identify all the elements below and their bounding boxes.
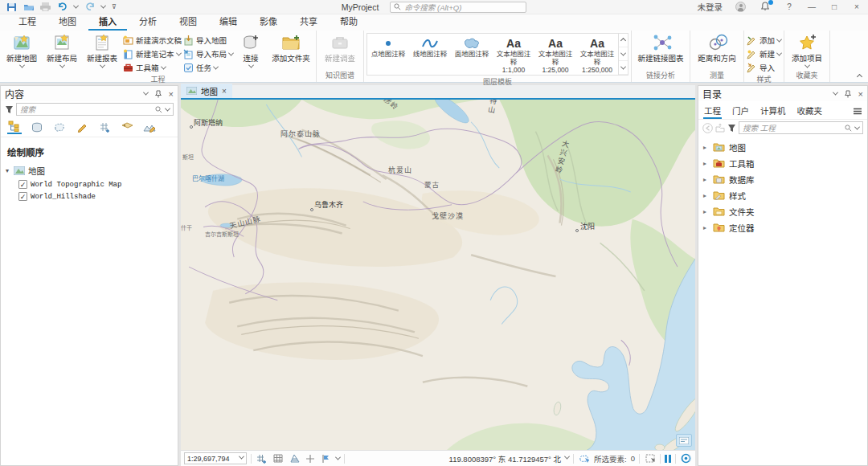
panel-menu-chevron-icon[interactable] <box>143 90 149 96</box>
new-investigation-button[interactable]: 新建调查 <box>319 32 361 63</box>
search-options-chevron-icon[interactable] <box>854 124 860 129</box>
styles-import-button[interactable]: 导入 <box>747 62 781 73</box>
undo-dropdown-chevron[interactable] <box>73 3 79 9</box>
help-button[interactable]: ? <box>778 0 800 14</box>
new-map-button[interactable]: 新建地图 <box>2 32 41 68</box>
template-point-annotation[interactable]: 点地图注释 <box>367 34 409 75</box>
ribbon-tab-imagery[interactable]: 影像 <box>249 13 288 31</box>
template-text-annotation-25000[interactable]: Aa 文本地图注释1:25,000 <box>534 34 576 75</box>
list-by-snapping-icon[interactable] <box>97 121 112 134</box>
list-by-selection-icon[interactable] <box>52 121 67 134</box>
tree-node-layer-topographic[interactable]: ✓ World Topographic Map <box>1 178 178 190</box>
redo-icon[interactable] <box>84 2 95 12</box>
new-presentation-button[interactable]: 新建演示文稿 <box>123 35 182 46</box>
list-by-drawing-order-icon[interactable] <box>7 121 22 134</box>
connections-button[interactable]: 连接 <box>235 32 267 68</box>
selection-icon[interactable] <box>578 453 590 464</box>
catalog-tab-computer[interactable]: 计算机 <box>760 104 787 119</box>
pin-icon[interactable] <box>155 90 162 98</box>
expand-node-icon[interactable]: ▸ <box>703 208 709 215</box>
ribbon-tab-share[interactable]: 共享 <box>289 13 328 31</box>
layer-visibility-checkbox[interactable]: ✓ <box>18 192 27 201</box>
up-one-level-icon[interactable] <box>715 124 725 133</box>
pause-drawing-icon[interactable] <box>665 455 671 463</box>
catalog-item-toolboxes[interactable]: ▸ 工具箱 <box>698 155 867 171</box>
list-by-charts-icon[interactable] <box>142 121 157 134</box>
map-view-tab[interactable]: 地图 × <box>181 84 232 98</box>
catalog-item-databases[interactable]: ▸ 数据库 <box>698 171 867 187</box>
map-overlay-flyout-button[interactable] <box>676 434 692 447</box>
flag-icon[interactable] <box>320 453 332 464</box>
catalog-tab-project[interactable]: 工程 <box>703 104 722 119</box>
template-text-annotation-250000[interactable]: Aa 文本地图注释1:250,000 <box>576 34 618 75</box>
maximize-button[interactable]: □ <box>823 0 845 14</box>
list-by-labeling-icon[interactable] <box>120 121 134 134</box>
contents-search-input[interactable]: 搜索 <box>16 103 174 116</box>
ribbon-tab-analysis[interactable]: 分析 <box>129 13 167 31</box>
gallery-scroll-down-icon[interactable] <box>619 47 628 61</box>
crosshair-icon[interactable] <box>304 453 316 464</box>
open-project-icon[interactable] <box>23 2 34 12</box>
new-layout-button[interactable]: 新建布局 <box>43 32 81 68</box>
task-button[interactable]: 任务 <box>183 62 233 73</box>
coordinates-readout[interactable]: 119.8008397° 东 41.7129457° 北 <box>449 453 569 464</box>
scale-dropdown[interactable]: 1:29,697,794 <box>184 452 247 464</box>
ribbon-tab-view[interactable]: 视图 <box>169 13 207 31</box>
collapse-node-icon[interactable]: ▾ <box>4 167 10 174</box>
status-tools-chevron-icon[interactable] <box>335 455 341 460</box>
catalog-item-maps[interactable]: ▸ 地图 <box>698 139 867 155</box>
catalog-tab-favorites[interactable]: 收藏夹 <box>796 104 824 119</box>
expand-node-icon[interactable]: ▸ <box>703 160 709 167</box>
catalog-item-styles[interactable]: ▸ 样式 <box>698 187 867 203</box>
refresh-globe-icon[interactable] <box>680 453 692 464</box>
styles-add-button[interactable]: 添加 <box>747 35 781 46</box>
import-layout-button[interactable]: 导入布局 <box>183 48 233 59</box>
notifications-icon[interactable] <box>760 2 770 13</box>
new-notebook-button[interactable]: 新建笔记本 <box>123 48 182 59</box>
map-canvas[interactable]: 阿斯塔纳 阿尔泰山脉 杭爱山 蒙古 巴尔喀什湖 斯坦 天山山脉 乌鲁木齐 吉尔吉… <box>181 100 695 450</box>
tree-node-layer-hillshade[interactable]: ✓ World_Hillshade <box>1 190 178 202</box>
select-box-icon[interactable] <box>644 453 656 464</box>
grid-icon[interactable] <box>272 453 284 464</box>
undo-icon[interactable] <box>57 2 68 12</box>
catalog-tab-portal[interactable]: 门户 <box>731 104 750 119</box>
user-avatar[interactable] <box>735 2 746 12</box>
filter-icon[interactable] <box>727 124 736 133</box>
save-icon[interactable] <box>6 2 17 12</box>
ribbon-tab-edit[interactable]: 编辑 <box>209 13 248 31</box>
styles-new-button[interactable]: 新建 <box>747 48 781 59</box>
catalog-menu-icon[interactable] <box>853 107 862 117</box>
template-line-annotation[interactable]: 线地图注释 <box>409 34 451 75</box>
sign-in-status[interactable]: 未登录 <box>691 1 730 13</box>
catalog-search-input[interactable]: 搜索 工程 <box>739 121 863 134</box>
redo-dropdown-chevron[interactable] <box>100 3 106 9</box>
gallery-scrollbar[interactable] <box>618 34 628 75</box>
close-button[interactable]: × <box>845 0 868 14</box>
close-tab-icon[interactable]: × <box>222 87 227 96</box>
customize-qat-icon[interactable]: ⊽ <box>112 3 117 10</box>
close-panel-icon[interactable]: × <box>169 89 174 99</box>
list-by-data-source-icon[interactable] <box>30 121 44 134</box>
toolbox-button[interactable]: 工具箱 <box>123 62 182 73</box>
ribbon-tab-project[interactable]: 工程 <box>8 13 47 31</box>
expand-node-icon[interactable]: ▸ <box>703 144 709 151</box>
import-map-button[interactable]: 导入地图 <box>183 35 233 46</box>
minimize-button[interactable]: — <box>800 0 823 14</box>
panel-menu-chevron-icon[interactable] <box>833 90 838 96</box>
expand-node-icon[interactable]: ▸ <box>703 192 709 199</box>
distance-direction-button[interactable]: 距离和方向 <box>693 32 741 63</box>
back-icon[interactable] <box>702 123 713 133</box>
list-by-editing-icon[interactable] <box>75 121 89 134</box>
new-link-chart-button[interactable]: 新建链接图表 <box>634 32 687 63</box>
snap-grid-icon[interactable] <box>256 453 268 464</box>
expand-node-icon[interactable]: ▸ <box>703 224 709 231</box>
ribbon-tab-insert[interactable]: 插入 <box>88 13 127 31</box>
gallery-expand-icon[interactable] <box>619 61 628 75</box>
add-item-button[interactable]: 添加项目 <box>787 32 827 68</box>
template-text-annotation-1000[interactable]: Aa 文本地图注释1:1,000 <box>493 34 534 75</box>
expand-node-icon[interactable]: ▸ <box>703 176 709 183</box>
catalog-item-folders[interactable]: ▸ 文件夹 <box>698 203 867 219</box>
new-report-button[interactable]: 新建报表 <box>83 32 121 68</box>
tree-node-map[interactable]: ▾ 地图 <box>1 163 178 178</box>
filter-icon[interactable] <box>5 105 14 114</box>
